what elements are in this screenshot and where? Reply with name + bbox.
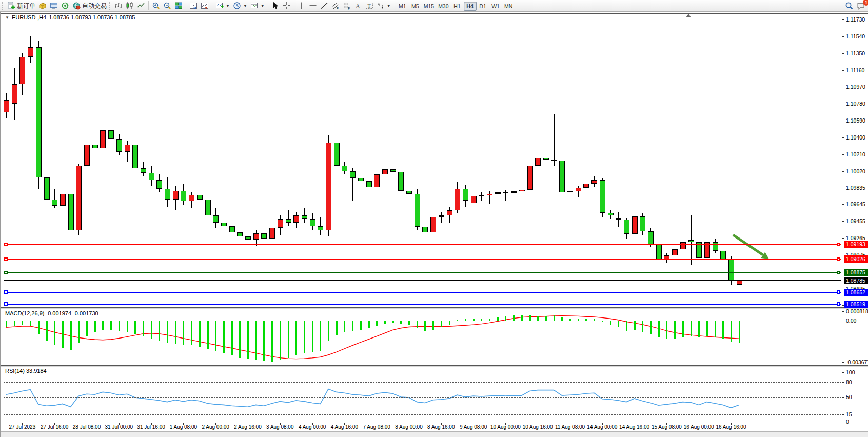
timeframe-button-m30[interactable]: M30	[436, 2, 450, 11]
terminal-button[interactable]	[48, 1, 60, 11]
line-handle[interactable]	[4, 271, 8, 274]
price-line-label: 1.08519	[844, 301, 868, 308]
panel-splitter[interactable]	[1, 308, 868, 309]
candle-body	[439, 215, 444, 217]
signals-button[interactable]	[60, 1, 71, 11]
candle-body	[84, 145, 90, 166]
price-tick-label: 1.11730	[846, 16, 865, 23]
crosshair-button[interactable]	[281, 1, 292, 11]
candle-body	[447, 210, 452, 215]
date-label: 31 Jul 16:00	[137, 424, 165, 430]
trendline-button[interactable]	[319, 1, 330, 11]
macd-histogram-bar	[102, 321, 104, 330]
macd-histogram-bar	[545, 316, 547, 321]
cursor-button[interactable]	[270, 1, 281, 11]
charts-button[interactable]	[37, 1, 48, 11]
timeframe-button-mn[interactable]: MN	[502, 2, 515, 11]
line-handle[interactable]	[837, 302, 840, 306]
collapse-arrow-icon[interactable]: ▼	[5, 15, 9, 20]
timeframe-button-h1[interactable]: H1	[451, 2, 464, 11]
search-button[interactable]	[843, 1, 855, 11]
line-handle[interactable]	[837, 271, 840, 274]
horizontal-line-object[interactable]	[4, 292, 841, 293]
indicators-button[interactable]: ▼	[214, 1, 231, 11]
rsi-tick-label: 0	[846, 419, 849, 425]
arrows-button[interactable]: ▼	[375, 1, 392, 11]
macd-histogram-bar	[650, 321, 652, 334]
date-label: 16 Aug 16:00	[716, 424, 746, 430]
price-tick-mark	[842, 305, 844, 306]
vertical-line-button[interactable]	[296, 1, 307, 11]
rsi-tick-mark	[842, 397, 844, 398]
candle-body	[4, 100, 9, 112]
horizontal-line-object[interactable]	[4, 304, 841, 305]
auto-scroll-button[interactable]	[188, 1, 199, 11]
timeframe-button-m15[interactable]: M15	[422, 2, 436, 11]
candle-body	[205, 200, 211, 215]
equidistant-channel-button[interactable]: E	[330, 1, 341, 11]
candle-body	[390, 169, 396, 172]
candlestick-chart-button[interactable]	[124, 1, 135, 11]
periods-button[interactable]: ▼	[231, 1, 249, 11]
crosshair-icon	[283, 2, 291, 10]
trend-arrow-annotation[interactable]	[733, 235, 769, 259]
zoom-out-button[interactable]	[162, 1, 173, 11]
candle-body	[374, 174, 380, 187]
horizontal-line-object[interactable]	[4, 244, 841, 245]
macd-histogram-bar	[94, 321, 96, 332]
panel-splitter[interactable]	[1, 366, 868, 367]
price-tick-mark	[842, 289, 844, 289]
autotrading-button[interactable]: 自动交易	[71, 1, 108, 11]
notifications-button[interactable]: 1	[855, 1, 867, 11]
horizontal-line-object[interactable]	[4, 280, 841, 281]
line-handle[interactable]	[4, 290, 8, 294]
price-tick-label: 1.10590	[846, 117, 865, 124]
timeframe-button-h4[interactable]: H4	[464, 2, 477, 11]
candle-body	[278, 219, 283, 228]
bar-chart-button[interactable]	[113, 1, 124, 11]
macd-histogram-bar	[457, 320, 458, 321]
candle-body	[632, 216, 638, 234]
chart-window[interactable]: ▼ EURUSD-,H4 1.08736 1.08793 1.08736 1.0…	[0, 12, 868, 437]
templates-button[interactable]: ▼	[249, 1, 266, 11]
line-handle[interactable]	[837, 290, 840, 294]
fibonacci-button[interactable]: F	[341, 1, 352, 11]
horizontal-line-object[interactable]	[4, 272, 841, 273]
candle-body	[12, 84, 17, 104]
line-handle[interactable]	[4, 257, 8, 261]
tile-windows-button[interactable]	[173, 1, 184, 11]
new-order-button[interactable]: 新订单	[6, 1, 37, 11]
timeframe-button-d1[interactable]: D1	[477, 2, 489, 11]
horizontal-line-button[interactable]	[307, 1, 319, 11]
horizontal-line-object[interactable]	[4, 259, 841, 260]
line-chart-button[interactable]	[135, 1, 147, 11]
new-order-icon	[7, 2, 15, 10]
line-handle[interactable]	[837, 257, 840, 261]
macd-histogram-bar	[537, 316, 539, 321]
price-tick-mark	[842, 154, 844, 155]
line-handle[interactable]	[4, 243, 8, 246]
line-handle[interactable]	[4, 302, 8, 306]
price-tick-mark	[842, 53, 844, 54]
text-label-button[interactable]: T	[364, 1, 375, 11]
chart-shift-button[interactable]	[199, 1, 210, 11]
price-tick-mark	[842, 70, 844, 71]
text-button[interactable]: A	[352, 1, 364, 11]
candle-body	[591, 180, 597, 184]
date-label: 10 Aug 16:00	[523, 424, 553, 430]
candle-body	[269, 228, 275, 239]
candle-body	[28, 47, 33, 57]
timeframe-button-w1[interactable]: W1	[489, 2, 502, 11]
date-label: 8 Aug 00:00	[395, 424, 422, 430]
timeframe-button-m1[interactable]: M1	[396, 2, 409, 11]
candle-body	[608, 213, 614, 215]
price-tick-mark	[842, 255, 844, 255]
candle-body	[406, 191, 412, 194]
price-tick-label: 1.09835	[846, 185, 865, 191]
macd-histogram-bar	[360, 321, 362, 330]
line-handle[interactable]	[837, 243, 840, 246]
macd-histogram-bar	[481, 319, 482, 321]
zoom-in-button[interactable]	[150, 1, 162, 11]
chart-shift-marker-icon[interactable]	[686, 14, 691, 17]
timeframe-button-m5[interactable]: M5	[409, 2, 422, 11]
